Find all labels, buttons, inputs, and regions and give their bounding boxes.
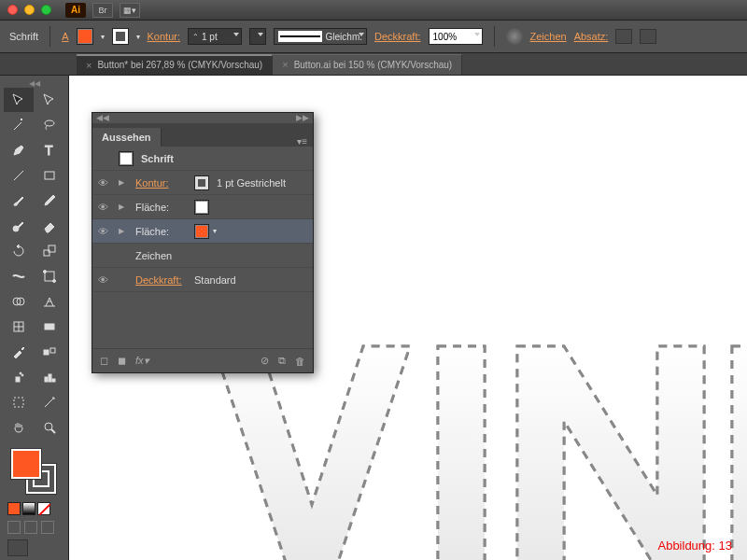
fill-swatch-icon[interactable] xyxy=(194,200,209,215)
panel-menu-icon[interactable]: ▾≡ xyxy=(297,136,307,147)
column-graph-tool[interactable] xyxy=(35,365,64,389)
opacity-link[interactable]: Deckkraft: xyxy=(374,31,421,42)
magic-wand-tool[interactable] xyxy=(4,113,34,137)
bridge-button[interactable]: Br xyxy=(92,3,113,18)
disclosure-icon[interactable]: ▶ xyxy=(119,227,128,235)
appearance-row-opacity[interactable]: 👁 Deckkraft: Standard xyxy=(92,268,313,292)
selection-tool[interactable] xyxy=(4,88,34,112)
fill-stroke-control[interactable] xyxy=(4,447,64,469)
svg-point-19 xyxy=(20,372,21,374)
symbol-sprayer-tool[interactable] xyxy=(4,365,34,389)
svg-rect-16 xyxy=(44,350,49,355)
eraser-tool[interactable] xyxy=(35,214,64,238)
shape-builder-tool[interactable] xyxy=(4,289,34,314)
close-tab-icon[interactable]: × xyxy=(282,59,288,70)
character-link[interactable]: Zeichen xyxy=(530,31,567,42)
zoom-tool[interactable] xyxy=(35,415,64,440)
close-window-button[interactable] xyxy=(7,5,18,15)
opacity-input[interactable]: 100% xyxy=(429,28,483,45)
clear-appearance-icon[interactable]: ⊘ xyxy=(261,355,269,367)
appearance-row-fill-selected[interactable]: 👁 ▶ Fläche: ▾ xyxy=(92,219,313,244)
minimize-window-button[interactable] xyxy=(24,5,35,15)
zoom-window-button[interactable] xyxy=(41,5,51,15)
visibility-icon[interactable]: 👁 xyxy=(98,226,111,237)
stroke-swatch[interactable] xyxy=(112,28,129,45)
document-tabs: × Button* bei 267,89 % (CMYK/Vorschau) ×… xyxy=(0,53,747,76)
line-tool[interactable] xyxy=(4,163,34,188)
svg-rect-15 xyxy=(45,324,54,329)
pencil-tool[interactable] xyxy=(35,189,64,213)
appearance-row-fill[interactable]: 👁 ▶ Fläche: xyxy=(92,195,313,219)
mesh-tool[interactable] xyxy=(4,315,34,339)
visibility-icon[interactable]: 👁 xyxy=(98,177,111,189)
duplicate-icon[interactable]: ⧉ xyxy=(278,355,286,367)
rectangle-tool[interactable] xyxy=(35,163,64,188)
draw-behind-button[interactable] xyxy=(24,521,37,534)
paintbrush-tool[interactable] xyxy=(4,189,34,213)
layout-button[interactable]: ▦▾ xyxy=(120,3,140,18)
scale-tool[interactable] xyxy=(35,239,64,263)
hand-tool[interactable] xyxy=(4,415,34,440)
char-icon[interactable]: A xyxy=(62,31,68,42)
align-center-button[interactable] xyxy=(640,29,656,44)
appearance-panel: ◀◀▶▶ Aussehen ▾≡ Schrift 👁 ▶ Kontur: 1 p… xyxy=(92,112,314,373)
eyedropper-tool[interactable] xyxy=(4,340,34,364)
blend-tool[interactable] xyxy=(35,340,64,364)
fill-swatch[interactable] xyxy=(77,28,93,45)
recolor-button[interactable] xyxy=(506,28,523,45)
tab-label: Button* bei 267,89 % (CMYK/Vorschau) xyxy=(97,60,262,70)
direct-selection-tool[interactable] xyxy=(35,88,64,112)
artboard-tool[interactable] xyxy=(4,390,34,414)
window-titlebar: Ai Br ▦▾ xyxy=(0,0,747,21)
svg-rect-17 xyxy=(50,348,55,353)
blob-brush-tool[interactable] xyxy=(4,214,34,238)
none-mode-button[interactable] xyxy=(37,502,50,515)
visibility-icon[interactable]: 👁 xyxy=(98,274,111,286)
delete-icon[interactable]: 🗑 xyxy=(295,356,305,367)
draw-normal-button[interactable] xyxy=(7,521,21,534)
document-tab[interactable]: × Button* bei 267,89 % (CMYK/Vorschau) xyxy=(77,54,273,75)
slice-tool[interactable] xyxy=(35,390,64,414)
svg-line-26 xyxy=(51,429,55,433)
opacity-label[interactable]: Deckkraft: xyxy=(135,274,187,286)
close-tab-icon[interactable]: × xyxy=(86,60,92,71)
type-swatch-icon xyxy=(119,151,134,166)
stroke-weight-input[interactable]: ⌃1 pt xyxy=(188,28,242,45)
align-left-button[interactable] xyxy=(615,29,632,44)
lasso-tool[interactable] xyxy=(35,113,64,137)
appearance-row-stroke[interactable]: 👁 ▶ Kontur: 1 pt Gestrichelt xyxy=(92,171,313,195)
appearance-row-characters[interactable]: Zeichen xyxy=(92,244,313,268)
free-transform-tool[interactable] xyxy=(35,264,64,288)
svg-rect-18 xyxy=(16,377,20,382)
appearance-row-type[interactable]: Schrift xyxy=(92,147,313,171)
add-effect-icon[interactable]: fx▾ xyxy=(135,355,149,367)
paragraph-link[interactable]: Absatz: xyxy=(574,31,609,42)
stroke-style-dropdown[interactable]: Gleichm. xyxy=(274,28,367,45)
pen-tool[interactable] xyxy=(4,138,34,162)
width-tool[interactable] xyxy=(4,264,34,288)
stroke-label[interactable]: Kontur: xyxy=(135,177,187,189)
visibility-icon[interactable]: 👁 xyxy=(98,202,111,213)
gradient-tool[interactable] xyxy=(35,315,64,339)
disclosure-icon[interactable]: ▶ xyxy=(119,203,128,211)
svg-text:T: T xyxy=(45,143,53,158)
fill-color-icon[interactable] xyxy=(11,449,41,479)
appearance-tab[interactable]: Aussehen xyxy=(92,128,162,147)
type-tool[interactable]: T xyxy=(35,138,64,162)
document-tab[interactable]: × Button.ai bei 150 % (CMYK/Vorschau) xyxy=(273,54,462,75)
perspective-grid-tool[interactable] xyxy=(35,289,64,314)
stroke-detail: 1 pt Gestrichelt xyxy=(217,177,286,189)
stroke-profile-dropdown[interactable] xyxy=(249,28,266,45)
draw-inside-button[interactable] xyxy=(41,521,54,534)
screen-mode-button[interactable] xyxy=(7,539,28,556)
disclosure-icon[interactable]: ▶ xyxy=(119,178,128,187)
rotate-tool[interactable] xyxy=(4,239,34,263)
new-fill-icon[interactable]: ◼ xyxy=(118,355,126,367)
new-stroke-icon[interactable]: ◻ xyxy=(100,355,108,367)
stroke-link[interactable]: Kontur: xyxy=(148,31,180,42)
gradient-mode-button[interactable] xyxy=(22,502,35,515)
panel-grip[interactable]: ◀◀▶▶ xyxy=(92,113,313,124)
color-mode-button[interactable] xyxy=(7,502,21,515)
stroke-swatch-icon[interactable] xyxy=(194,175,209,190)
fill-swatch-icon[interactable] xyxy=(194,224,209,239)
